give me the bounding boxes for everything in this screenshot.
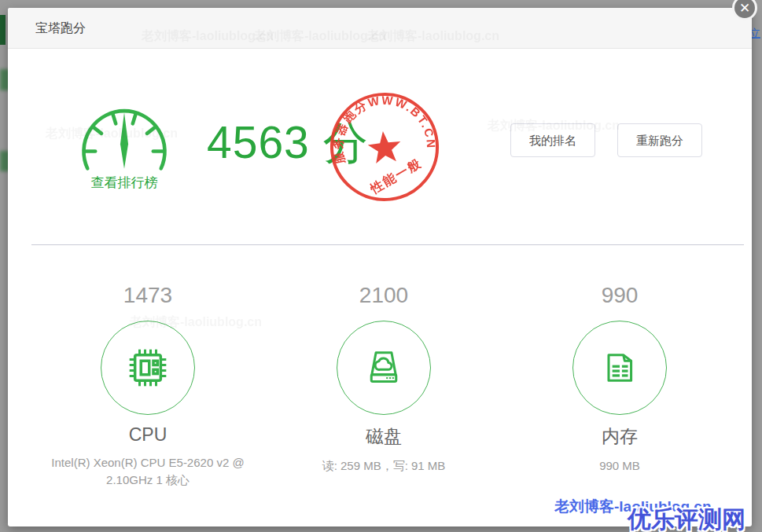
cpu-label: CPU [30, 424, 266, 446]
memory-label: 内存 [502, 424, 738, 449]
watermark-ghost: 老刘博客-laoliublog.cn [130, 314, 262, 331]
disk-score: 2100 [266, 283, 502, 308]
close-icon[interactable]: ✕ [732, 0, 757, 20]
performance-stamp: 服务器跑分WWW.BT.CN 性能一般 [320, 83, 450, 212]
disk-circle [337, 321, 431, 415]
watermark-site: 优乐评测网 [628, 504, 745, 532]
memory-score: 990 [502, 283, 738, 308]
cpu-desc: Intel(R) Xeon(R) CPU E5-2620 v2 @ 2.10GH… [30, 454, 266, 489]
watermark-ghost: 老刘博客-laoliublog.cn [367, 28, 499, 45]
memory-icon [598, 346, 642, 390]
rerun-benchmark-button[interactable]: 重新跑分 [617, 123, 702, 157]
memory-circle [572, 321, 667, 415]
star-icon [366, 130, 403, 164]
benchmark-dialog: 宝塔跑分 老刘博客-laoliublog.cn 老刘博客-laoliublog.… [8, 8, 752, 526]
score-value: 4563 [207, 117, 310, 167]
view-leaderboard-link[interactable]: 查看排行榜 [65, 174, 183, 192]
memory-desc: 990 MB [502, 457, 738, 475]
disk-icon [362, 346, 406, 390]
watermark-ghost: 老刘博客-laoliublog.cn [254, 28, 386, 45]
disk-label: 磁盘 [266, 424, 502, 449]
cpu-score: 1473 [30, 283, 266, 308]
metric-memory: 990 内存 990 MB [502, 283, 738, 475]
watermark-ghost: 老刘博客-laoliublog.cn [488, 118, 620, 134]
background-sidebar-fragment [0, 15, 6, 45]
watermark-ghost: 老刘博客-laoliublog.cn [46, 126, 178, 142]
disk-desc: 读: 259 MB，写: 91 MB [266, 457, 502, 475]
dialog-header: 宝塔跑分 老刘博客-laoliublog.cn 老刘博客-laoliublog.… [8, 8, 752, 49]
cpu-circle [101, 321, 195, 415]
metric-disk: 2100 磁盘 读: 259 MB，写: 91 MB [266, 283, 502, 475]
screen: 立 宝塔跑分 老刘博客-laoliublog.cn 老刘博客-laoliublo… [0, 0, 762, 532]
cpu-icon [126, 346, 170, 390]
divider [31, 244, 744, 245]
dialog-title: 宝塔跑分 [35, 20, 86, 37]
